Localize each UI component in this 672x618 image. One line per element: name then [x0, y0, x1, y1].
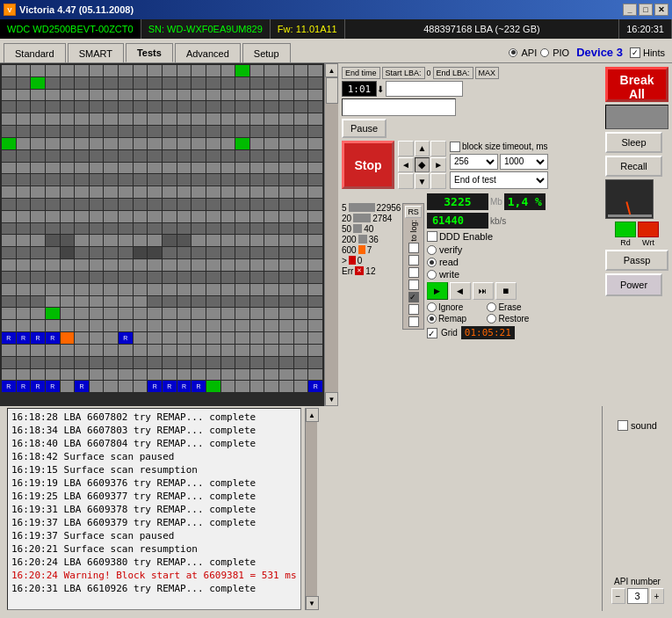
- block-checkbox[interactable]: [450, 142, 460, 152]
- dir-down[interactable]: ▼: [415, 173, 430, 189]
- log-check2[interactable]: [408, 255, 419, 265]
- dir-up[interactable]: ▲: [415, 141, 430, 156]
- scroll-thumb[interactable]: [326, 77, 338, 104]
- ddd-checkbox[interactable]: [427, 231, 437, 242]
- log-check6[interactable]: [408, 304, 419, 315]
- log-scrollbar[interactable]: ▲ ▼: [305, 408, 317, 610]
- maximize-button[interactable]: □: [639, 4, 653, 16]
- hints-checkbox[interactable]: ✓: [630, 47, 640, 58]
- dir-right[interactable]: ►: [430, 157, 446, 173]
- speed-display: 61440: [427, 213, 488, 229]
- mb-display: 3225: [427, 193, 488, 210]
- dir-down-right[interactable]: [430, 173, 446, 189]
- tab-smart[interactable]: SMART: [68, 43, 124, 62]
- log-check3[interactable]: [408, 267, 419, 278]
- err-value: 12: [365, 266, 375, 276]
- log-check7[interactable]: [408, 316, 419, 327]
- log-scroll-track: [306, 422, 317, 596]
- log-scroll-down[interactable]: ▼: [306, 596, 319, 610]
- max-label: MAX: [475, 67, 500, 79]
- api-pio-selector: API PIO: [509, 47, 569, 58]
- scroll-up-button[interactable]: ▲: [325, 63, 338, 77]
- sound-label: sound: [631, 420, 657, 431]
- pause-button[interactable]: Pause: [342, 119, 387, 138]
- firmware-info: Fw: 11.01A11: [271, 19, 345, 39]
- err-label: Err: [342, 266, 353, 276]
- recall-button[interactable]: Recall: [605, 156, 662, 177]
- timeout-label: timeout, ms: [502, 142, 548, 151]
- rs-button[interactable]: RS: [405, 206, 422, 218]
- log-entry: 16:20:24 LBA 6609380 try REMAP... comple…: [11, 556, 297, 569]
- time-display: 16:20:31: [619, 19, 672, 39]
- ignore-radio[interactable]: [427, 302, 437, 312]
- dir-up-right[interactable]: [430, 141, 446, 156]
- minimize-button[interactable]: _: [623, 4, 637, 16]
- dir-down-left[interactable]: [398, 173, 414, 189]
- block-size-select[interactable]: 256: [450, 154, 498, 170]
- api-radio[interactable]: [509, 48, 517, 57]
- rd-wrt-row: Rd Wrt: [605, 222, 668, 247]
- sleep-button[interactable]: Sleep: [605, 132, 662, 153]
- skip-forward-button[interactable]: ⏭: [473, 282, 494, 300]
- log-entry: 16:19:25 LBA 6609377 try REMAP... comple…: [11, 490, 297, 503]
- erase-radio[interactable]: [487, 302, 496, 312]
- log-scroll-up[interactable]: ▲: [306, 408, 319, 422]
- start-lba-label: Start LBA:: [382, 67, 425, 79]
- count50-label: 50: [342, 224, 351, 234]
- passp-button[interactable]: Passp: [605, 250, 668, 271]
- remap-radio[interactable]: [427, 314, 437, 324]
- restore-radio[interactable]: [487, 314, 496, 324]
- log-entry: 16:19:15 Surface scan resumption: [11, 463, 297, 476]
- dir-left[interactable]: ◄: [398, 157, 414, 173]
- time-input[interactable]: 1:01: [342, 81, 377, 97]
- window-title: Victoria 4.47 (05.11.2008): [19, 4, 134, 15]
- log-entry: 16:19:19 LBA 6609376 try REMAP... comple…: [11, 476, 297, 490]
- count5-value: 22956: [377, 203, 401, 213]
- log-entry: 16:18:42 Surface scan paused: [11, 450, 297, 463]
- skip-end-button[interactable]: ⏹: [495, 282, 517, 300]
- scan-scrollbar[interactable]: ▲ ▼: [324, 63, 338, 406]
- pio-radio[interactable]: [540, 48, 549, 57]
- current-lba-display[interactable]: 6610671: [342, 98, 456, 116]
- write-radio[interactable]: [427, 270, 437, 280]
- api-plus-button[interactable]: +: [650, 588, 664, 604]
- ddd-label: DDD Enable: [439, 231, 493, 242]
- scroll-down-button[interactable]: ▼: [325, 392, 338, 406]
- rewind-button[interactable]: ◀: [450, 282, 471, 300]
- log-entry: 16:18:34 LBA 6607803 try REMAP... comple…: [11, 424, 297, 437]
- lba-info: 488397168 LBA (~232 GB): [345, 19, 619, 39]
- timeout-select[interactable]: 1000: [500, 154, 548, 170]
- grid-label: Grid: [441, 328, 458, 338]
- log-check1[interactable]: [408, 243, 419, 253]
- stop-button[interactable]: Stop: [342, 141, 394, 189]
- verify-radio[interactable]: [427, 245, 437, 255]
- power-button[interactable]: Power: [605, 273, 662, 296]
- log-check4[interactable]: [408, 280, 419, 290]
- tab-tests[interactable]: Tests: [126, 43, 173, 62]
- end-lba-label: End LBA:: [433, 67, 473, 79]
- dir-up-left[interactable]: [398, 141, 414, 156]
- read-radio[interactable]: [427, 258, 437, 267]
- dir-center: ◆: [415, 157, 430, 173]
- time-arrow: ⬇: [377, 84, 384, 94]
- tab-advanced[interactable]: Advanced: [175, 43, 241, 62]
- wrt-indicator: [638, 222, 659, 237]
- mode-select[interactable]: End of test: [450, 171, 548, 189]
- play-button[interactable]: ▶: [427, 282, 448, 300]
- sound-checkbox[interactable]: [618, 420, 628, 431]
- end-lba-input[interactable]: 488397167: [386, 81, 463, 97]
- log-entry: 16:20:21 Surface scan resumption: [11, 542, 297, 556]
- grid-checkbox[interactable]: ✓: [427, 328, 437, 338]
- playback-controls: ▶ ◀ ⏭ ⏹: [427, 282, 546, 300]
- tab-setup[interactable]: Setup: [242, 43, 291, 62]
- close-button[interactable]: ✕: [654, 4, 668, 16]
- erase-label: Erase: [498, 302, 521, 312]
- api-minus-button[interactable]: −: [611, 588, 625, 604]
- count200-value: 36: [369, 235, 379, 244]
- break-all-button[interactable]: Break All: [605, 67, 668, 102]
- verify-label: verify: [439, 244, 462, 255]
- log-entry: 16:20:24 Warning! Block start at 6609381…: [11, 569, 297, 582]
- tab-standard[interactable]: Standard: [4, 43, 66, 62]
- main-controls: End time Start LBA: 0 End LBA: MAX 1:01 …: [342, 67, 603, 403]
- log-check5[interactable]: ✓: [408, 292, 419, 302]
